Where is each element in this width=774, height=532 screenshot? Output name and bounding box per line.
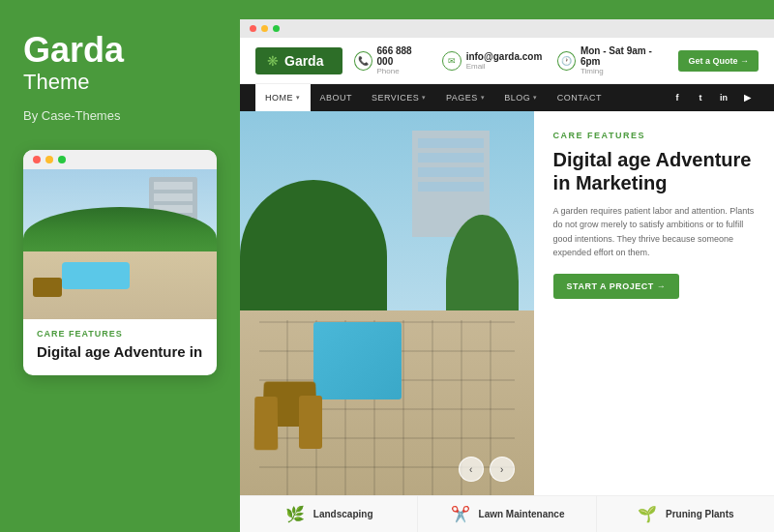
website-header: ❋ Garda 📞 666 888 000 Phone ✉ info@garda… xyxy=(240,38,774,84)
sidebar: Garda Theme By Case-Themes Care Features… xyxy=(0,0,240,532)
nav-blog-label: BLOG xyxy=(504,93,530,103)
logo-plant-icon: ❋ xyxy=(267,53,279,69)
landscaping-icon-wrap: 🌿 xyxy=(284,504,306,525)
dot-yellow xyxy=(45,156,53,163)
clock-icon: 🕐 xyxy=(557,51,576,71)
nav-pages-label: PAGES xyxy=(446,93,478,103)
nav-home-label: HOME xyxy=(265,93,293,103)
timing-label: Timing xyxy=(580,67,668,75)
hero-content: Care Features Digital age Adventure in M… xyxy=(534,111,774,495)
website-logo: ❋ Garda xyxy=(255,47,342,74)
header-contact: 📞 666 888 000 Phone ✉ info@garda.com Ema… xyxy=(354,45,667,75)
preview-title-text: Digital age Adventure in xyxy=(37,343,202,360)
top-bar xyxy=(240,0,774,19)
nav-services-chevron: ▾ xyxy=(422,94,427,102)
garden-pool xyxy=(62,262,130,289)
nav-items: HOME ▾ ABOUT SERVICES ▾ PAGES ▾ BLOG ▾ xyxy=(255,84,666,111)
lawn-label: Lawn Maintenance xyxy=(479,509,565,519)
lawn-icon-wrap: ✂️ xyxy=(450,504,471,525)
nav-blog-chevron: ▾ xyxy=(533,94,538,102)
preview-title: Digital age Adventure in xyxy=(37,343,203,362)
contact-timing: 🕐 Mon - Sat 9am - 6pm Timing xyxy=(557,45,667,75)
social-youtube[interactable]: ▶ xyxy=(735,84,759,111)
hero-next-button[interactable]: › xyxy=(490,457,515,482)
hero-chair2 xyxy=(299,396,322,450)
service-pruning-plants[interactable]: 🌱 Pruning Plants xyxy=(597,496,774,532)
website-hero: ‹ › Care Features Digital age Adventure … xyxy=(240,111,774,495)
hero-image-container: ‹ › xyxy=(240,111,534,495)
social-twitter[interactable]: t xyxy=(689,84,712,111)
preview-card-content: Care Features Digital age Adventure in xyxy=(23,319,217,375)
nav-services-label: SERVICES xyxy=(372,93,419,103)
hero-prev-button[interactable]: ‹ xyxy=(459,457,484,482)
get-quote-button[interactable]: Get a Quote → xyxy=(678,50,759,72)
preview-card: Care Features Digital age Adventure in xyxy=(23,150,217,375)
pruning-icon-wrap: 🌱 xyxy=(637,504,658,525)
hero-title: Digital age Adventure in Marketing xyxy=(553,148,755,194)
email-address: info@garda.com xyxy=(466,51,543,62)
preview-card-image xyxy=(23,169,217,319)
nav-social: f t in ▶ xyxy=(666,84,759,111)
garden-scene xyxy=(23,169,217,319)
nav-item-services[interactable]: SERVICES ▾ xyxy=(362,84,436,111)
dot-green xyxy=(58,156,66,163)
nav-item-about[interactable]: ABOUT xyxy=(311,84,363,111)
website: ❋ Garda 📞 666 888 000 Phone ✉ info@garda… xyxy=(240,38,774,532)
timing-value: Mon - Sat 9am - 6pm xyxy=(580,45,668,67)
sidebar-by-label: By Case-Themes xyxy=(23,108,217,123)
landscaping-label: Landscaping xyxy=(313,509,373,519)
hero-description: A garden requires patient labor and atte… xyxy=(553,204,755,260)
services-strip: 🌿 Landscaping ✂️ Lawn Maintenance 🌱 Prun… xyxy=(240,495,774,532)
browser-dot-green xyxy=(273,25,280,32)
phone-label: Phone xyxy=(377,67,427,75)
brand-name: Garda xyxy=(23,31,217,70)
nav-contact-label: CONTACT xyxy=(557,93,602,103)
nav-home-chevron: ▾ xyxy=(296,94,301,102)
hero-text-block: Care Features Digital age Adventure in M… xyxy=(553,131,755,299)
browser-chrome xyxy=(240,19,774,38)
nav-about-label: ABOUT xyxy=(320,93,353,103)
nav-pages-chevron: ▾ xyxy=(481,94,486,102)
nav-item-blog[interactable]: BLOG ▾ xyxy=(494,84,548,111)
hero-image xyxy=(240,111,534,495)
website-nav: HOME ▾ ABOUT SERVICES ▾ PAGES ▾ BLOG ▾ xyxy=(240,84,774,111)
service-lawn-maintenance[interactable]: ✂️ Lawn Maintenance xyxy=(418,496,596,532)
email-label: Email xyxy=(466,62,543,71)
hero-tag: Care Features xyxy=(553,131,755,140)
preview-card-dots xyxy=(23,150,217,169)
hero-chair1 xyxy=(254,397,279,450)
landscaping-icon: 🌿 xyxy=(285,505,305,523)
pruning-label: Pruning Plants xyxy=(666,509,734,519)
garden-furniture xyxy=(33,278,62,297)
main-area: ❋ Garda 📞 666 888 000 Phone ✉ info@garda… xyxy=(240,0,774,532)
phone-number: 666 888 000 xyxy=(377,45,427,67)
browser-dot-red xyxy=(250,25,256,32)
phone-icon: 📞 xyxy=(354,51,372,71)
contact-email: ✉ info@garda.com Email xyxy=(442,51,543,71)
social-facebook[interactable]: f xyxy=(666,84,689,111)
browser-dot-yellow xyxy=(261,25,268,32)
contact-phone-details: 666 888 000 Phone xyxy=(377,45,427,75)
sidebar-logo: Garda Theme xyxy=(23,31,217,95)
pruning-icon: 🌱 xyxy=(638,505,657,523)
contact-phone: 📞 666 888 000 Phone xyxy=(354,45,427,75)
nav-item-home[interactable]: HOME ▾ xyxy=(255,84,311,111)
hero-nav-arrows: ‹ › xyxy=(459,457,515,482)
contact-email-details: info@garda.com Email xyxy=(466,51,543,71)
dot-red xyxy=(33,156,41,163)
nav-item-pages[interactable]: PAGES ▾ xyxy=(436,84,494,111)
theme-label: Theme xyxy=(23,70,217,95)
social-linkedin[interactable]: in xyxy=(712,84,735,111)
contact-timing-details: Mon - Sat 9am - 6pm Timing xyxy=(580,45,668,75)
nav-item-contact[interactable]: CONTACT xyxy=(548,84,611,111)
hero-pool xyxy=(313,322,402,399)
preview-tag: Care Features xyxy=(37,329,203,339)
start-project-button[interactable]: START A PROJECT → xyxy=(553,274,680,299)
logo-text: Garda xyxy=(284,53,323,69)
service-landscaping[interactable]: 🌿 Landscaping xyxy=(240,496,418,532)
lawn-icon: ✂️ xyxy=(451,505,470,523)
email-icon: ✉ xyxy=(442,51,461,71)
